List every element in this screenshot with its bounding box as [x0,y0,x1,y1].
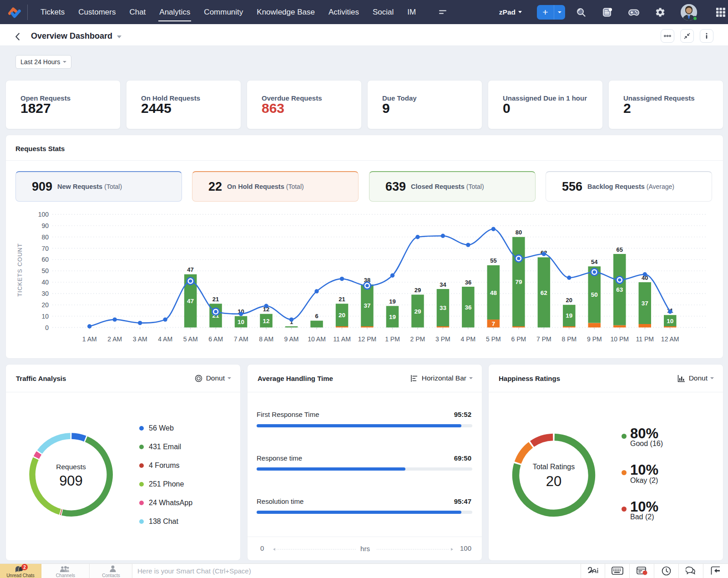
svg-text:40: 40 [41,279,49,286]
svg-text:20: 20 [339,312,345,319]
svg-text:11 PM: 11 PM [636,335,654,343]
svg-text:90: 90 [41,222,49,229]
svg-text:30: 30 [41,290,49,297]
svg-text:37: 37 [364,302,370,309]
svg-text:79: 79 [515,279,522,285]
svg-text:80: 80 [41,233,49,241]
svg-text:34: 34 [440,281,446,288]
svg-text:4 AM: 4 AM [158,335,172,343]
svg-text:60: 60 [41,256,49,263]
svg-text:2: 2 [23,565,26,570]
svg-text:10: 10 [667,318,673,324]
svg-text:50: 50 [41,267,49,274]
svg-text:21: 21 [339,296,345,303]
svg-text:8 PM: 8 PM [561,335,576,343]
svg-text:12 PM: 12 PM [358,335,376,343]
svg-text:9 AM: 9 AM [284,335,299,343]
svg-text:0: 0 [45,324,49,331]
svg-text:1 PM: 1 PM [385,335,400,343]
svg-text:6 AM: 6 AM [208,335,223,343]
svg-text:33: 33 [440,304,447,311]
svg-text:12: 12 [263,318,270,324]
svg-text:10: 10 [238,319,244,325]
svg-text:5 AM: 5 AM [183,335,198,343]
svg-text:19: 19 [389,298,395,305]
svg-text:21: 21 [212,296,219,303]
svg-text:12 AM: 12 AM [661,335,679,343]
svg-text:29: 29 [415,287,421,294]
svg-text:20: 20 [566,297,572,304]
svg-text:7 PM: 7 PM [536,335,551,343]
svg-text:11 AM: 11 AM [333,335,351,343]
svg-text:20: 20 [41,301,49,309]
svg-text:6 PM: 6 PM [511,335,526,343]
svg-text:10 PM: 10 PM [611,335,629,343]
svg-text:7 AM: 7 AM [234,335,248,343]
svg-text:47: 47 [187,298,194,304]
svg-text:3 AM: 3 AM [133,335,147,343]
svg-text:29: 29 [414,308,421,315]
svg-text:2 AM: 2 AM [107,335,122,343]
svg-text:70: 70 [41,245,49,252]
svg-text:19: 19 [566,312,572,319]
svg-text:10: 10 [41,313,49,320]
svg-text:54: 54 [591,259,598,265]
svg-text:47: 47 [187,266,193,273]
svg-text:100: 100 [38,211,49,218]
svg-text:1 AM: 1 AM [82,335,97,343]
svg-text:37: 37 [642,300,648,307]
svg-text:8 AM: 8 AM [259,335,273,343]
svg-text:63: 63 [616,286,623,293]
svg-text:65: 65 [617,246,623,253]
svg-text:36: 36 [465,304,472,311]
svg-text:36: 36 [465,279,471,286]
svg-text:4 PM: 4 PM [461,335,476,343]
svg-text:10 AM: 10 AM [308,335,326,343]
svg-text:80: 80 [516,229,522,236]
svg-text:3 PM: 3 PM [435,335,450,343]
svg-text:6: 6 [315,313,318,319]
svg-text:55: 55 [490,257,496,264]
svg-text:19: 19 [389,314,396,320]
svg-text:48: 48 [490,289,497,296]
svg-text:9 PM: 9 PM [587,335,602,343]
svg-text:62: 62 [541,289,547,296]
svg-text:50: 50 [591,291,598,298]
svg-text:5 PM: 5 PM [486,335,501,343]
svg-text:2 PM: 2 PM [410,335,425,343]
svg-text:TICKETS COUNT: TICKETS COUNT [16,243,23,297]
svg-text:7: 7 [492,320,495,327]
